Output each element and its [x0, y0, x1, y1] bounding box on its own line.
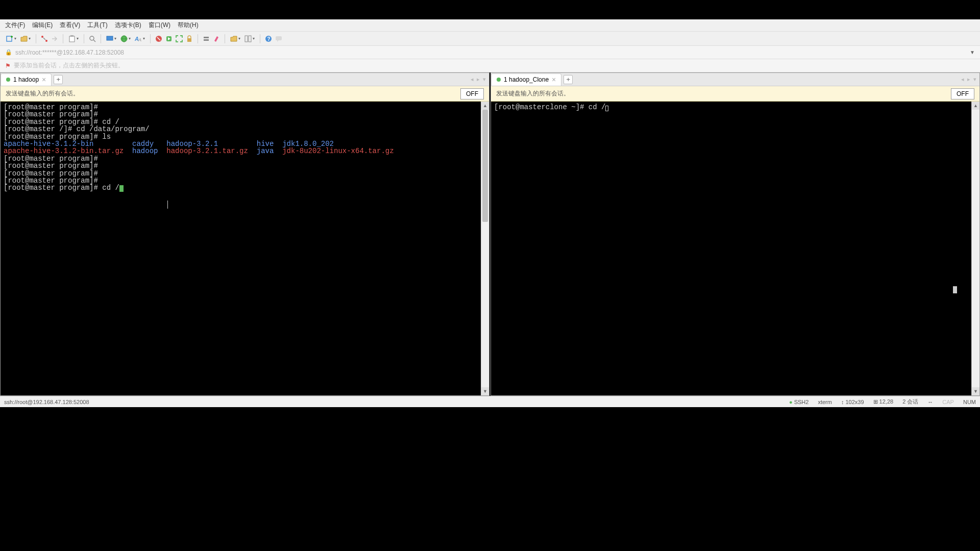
open-icon[interactable] — [19, 35, 32, 43]
menu-help[interactable]: 帮助(H) — [178, 21, 199, 30]
address-dropdown-icon[interactable]: ▼ — [970, 49, 975, 55]
separator — [260, 34, 260, 43]
status-ssh: ● SSH2 — [789, 399, 808, 405]
broadcast-text: 发送键盘输入的所有会话。 — [6, 89, 79, 98]
status-position: ⊞ 12,28 — [873, 398, 894, 405]
scroll-track[interactable] — [972, 110, 979, 387]
terminal-right[interactable]: [root@masterclone ~]# cd / — [491, 102, 971, 395]
hint-bar: ⚑ 要添加当前会话，点击左侧的箭头按钮。 — [0, 59, 980, 72]
svg-text:A: A — [138, 37, 141, 42]
cursor-icon — [119, 185, 124, 192]
address-bar: 🔒 ssh://root:******@192.168.47.128:52008… — [0, 46, 980, 59]
highlight-icon[interactable] — [212, 35, 220, 43]
status-dot-icon — [497, 78, 501, 82]
menu-file[interactable]: 文件(F) — [5, 21, 25, 30]
tab-list-icon[interactable]: ▾ — [973, 76, 976, 83]
flag-icon[interactable]: ⚑ — [5, 62, 11, 69]
svg-rect-26 — [276, 36, 282, 40]
globe-icon[interactable] — [119, 35, 132, 43]
help-icon[interactable]: ? — [264, 35, 273, 43]
add-tab-button[interactable]: + — [564, 75, 573, 84]
tab-label: 1 hadoop_Clone — [504, 76, 549, 83]
new-session-icon[interactable] — [5, 35, 17, 43]
status-expand-icon[interactable]: ↔ — [927, 399, 933, 405]
folder-icon[interactable] — [229, 35, 241, 43]
tab-next-icon[interactable]: ▸ — [477, 76, 480, 83]
status-cap: CAP — [942, 399, 954, 405]
menu-bar: 文件(F) 编辑(E) 查看(V) 工具(T) 选项卡(B) 窗口(W) 帮助(… — [0, 19, 980, 32]
lock-icon[interactable] — [185, 35, 193, 43]
status-bar: ssh://root@192.168.47.128:52008 ● SSH2 x… — [0, 396, 980, 407]
svg-line-9 — [93, 40, 95, 42]
svg-rect-20 — [204, 37, 209, 38]
scroll-down-icon[interactable]: ▼ — [481, 387, 489, 395]
right-pane: 1 hadoop_Clone × + ◂ ▸ ▾ 发送键盘输入的所有会话。 OF… — [491, 72, 980, 396]
left-tabs: 1 hadoop × + ◂ ▸ ▾ — [1, 73, 489, 86]
status-sessions: 2 会话 — [902, 398, 918, 406]
broadcast-bar-left: 发送键盘输入的所有会话。 OFF — [1, 86, 489, 102]
add-tab-button[interactable]: + — [54, 75, 63, 84]
fullscreen-icon[interactable] — [175, 35, 183, 43]
tab-prev-icon[interactable]: ◂ — [961, 76, 964, 83]
chat-icon[interactable] — [275, 35, 283, 43]
menu-view[interactable]: 查看(V) — [60, 21, 80, 30]
menu-edit[interactable]: 编辑(E) — [32, 21, 53, 30]
panes-container: 1 hadoop × + ◂ ▸ ▾ 发送键盘输入的所有会话。 OFF [roo… — [0, 72, 980, 396]
status-right: ● SSH2 xterm ↕ 102x39 ⊞ 12,28 2 会话 ↔ CAP… — [789, 398, 976, 406]
tab-list-icon[interactable]: ▾ — [483, 76, 486, 83]
broadcast-toggle-button[interactable]: OFF — [460, 88, 484, 99]
menu-options[interactable]: 选项卡(B) — [115, 21, 141, 30]
close-icon[interactable]: × — [42, 76, 46, 83]
close-icon[interactable]: × — [552, 76, 556, 83]
server-icon[interactable] — [202, 35, 210, 43]
status-term: xterm — [818, 399, 832, 405]
scrollbar-right[interactable]: ▲ ▼ — [971, 102, 979, 395]
layout-icon[interactable] — [243, 35, 256, 43]
scroll-up-icon[interactable]: ▲ — [481, 102, 489, 110]
tab-hadoop-clone[interactable]: 1 hadoop_Clone × — [491, 73, 561, 86]
screen-icon[interactable] — [105, 35, 117, 43]
idle-cursor-icon — [953, 286, 957, 293]
paste-icon[interactable] — [67, 35, 80, 43]
svg-rect-10 — [107, 36, 113, 40]
svg-rect-23 — [249, 36, 251, 42]
tab-nav: ◂ ▸ ▾ — [471, 76, 486, 83]
status-dot-icon — [6, 78, 10, 82]
broadcast-toggle-button[interactable]: OFF — [951, 88, 974, 99]
scroll-down-icon[interactable]: ▼ — [972, 387, 979, 395]
separator — [198, 34, 198, 43]
svg-rect-22 — [245, 36, 248, 42]
right-tabs: 1 hadoop_Clone × + ◂ ▸ ▾ — [491, 73, 979, 86]
find-icon[interactable] — [88, 35, 96, 43]
go-icon[interactable] — [165, 35, 173, 43]
reconnect-icon[interactable] — [40, 35, 48, 43]
scrollbar-left[interactable]: ▲ ▼ — [481, 102, 489, 395]
terminal-wrap-left: [root@master program]# [root@master prog… — [1, 102, 489, 395]
scroll-thumb[interactable] — [482, 110, 488, 222]
menu-window[interactable]: 窗口(W) — [149, 21, 170, 30]
tab-next-icon[interactable]: ▸ — [967, 76, 970, 83]
font-icon[interactable]: AA — [134, 35, 146, 43]
terminal-left[interactable]: [root@master program]# [root@master prog… — [1, 102, 481, 395]
svg-point-3 — [41, 36, 43, 38]
address-text[interactable]: ssh://root:******@192.168.47.128:52008 — [15, 49, 970, 56]
cursor-hollow-icon — [605, 106, 608, 111]
status-left: ssh://root@192.168.47.128:52008 — [4, 399, 789, 405]
separator — [63, 34, 63, 43]
stop-icon[interactable] — [155, 35, 163, 43]
svg-rect-7 — [70, 35, 74, 37]
scroll-up-icon[interactable]: ▲ — [972, 102, 979, 110]
lock-small-icon: 🔒 — [5, 49, 12, 56]
forward-icon[interactable] — [51, 35, 59, 43]
broadcast-text: 发送键盘输入的所有会话。 — [496, 89, 570, 98]
svg-rect-19 — [187, 38, 191, 42]
left-pane: 1 hadoop × + ◂ ▸ ▾ 发送键盘输入的所有会话。 OFF [roo… — [0, 72, 489, 396]
tab-hadoop[interactable]: 1 hadoop × — [1, 73, 52, 86]
tab-prev-icon[interactable]: ◂ — [471, 76, 474, 83]
terminal-wrap-right: [root@masterclone ~]# cd / ▲ ▼ — [491, 102, 979, 395]
toolbar: AA ? — [0, 32, 980, 46]
menu-tools[interactable]: 工具(T) — [87, 21, 107, 30]
scroll-track[interactable] — [481, 110, 489, 387]
separator — [36, 34, 36, 43]
separator — [101, 34, 101, 43]
